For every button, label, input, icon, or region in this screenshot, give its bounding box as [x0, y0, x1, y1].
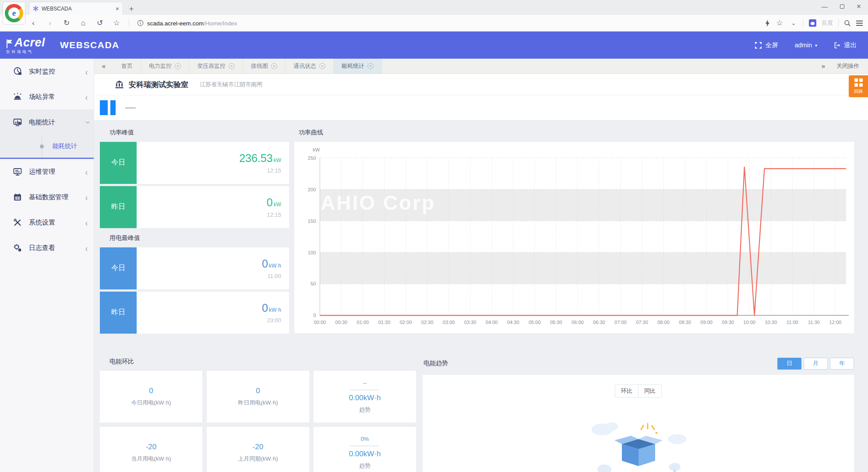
peak-card-period: 昨日: [100, 186, 137, 228]
peak-card-body: 0kW12:15: [137, 186, 289, 228]
svg-text:09:00: 09:00: [700, 320, 713, 325]
baidu-label[interactable]: 百度: [822, 19, 833, 27]
sidebar-item[interactable]: 日志查看‹: [0, 235, 94, 261]
user-menu[interactable]: admin▾: [794, 42, 817, 49]
window-minimize-button[interactable]: —: [822, 3, 828, 10]
sidebar-item[interactable]: 场站异常‹: [0, 84, 94, 109]
page-tab[interactable]: 首页: [113, 59, 141, 74]
page-tab-bar: « 首页电力监控×变压器监控×接线图×通讯状态×能耗统计× » 关闭操作: [94, 59, 868, 74]
page-tab[interactable]: 能耗统计×: [334, 59, 382, 74]
page-tab[interactable]: 变压器监控×: [189, 59, 243, 74]
bookmark-star-icon[interactable]: ☆: [112, 18, 121, 28]
page-tab-label: 通讯状态: [293, 62, 316, 70]
undo-icon[interactable]: ↺: [95, 18, 104, 28]
peak-card-time: 12:15: [267, 211, 281, 218]
baidu-icon[interactable]: [809, 19, 816, 27]
power-curve-panel: 00:0000:3001:0001:3002:0002:3003:0003:30…: [294, 142, 854, 333]
range-button-月[interactable]: 月: [804, 358, 828, 370]
chevron-down-icon[interactable]: ⌄: [789, 20, 798, 26]
tab-close-icon[interactable]: ×: [175, 63, 181, 69]
peak-card-body: 236.53kW12:15: [137, 142, 289, 184]
forward-icon[interactable]: ›: [46, 19, 54, 28]
menu-icon[interactable]: [856, 21, 863, 26]
logout-icon: [834, 42, 841, 49]
sidebar-item[interactable]: 系统设置‹: [0, 210, 94, 235]
sidebar-item[interactable]: 电能统计‹: [0, 109, 94, 135]
lightning-icon[interactable]: [765, 20, 770, 27]
browser-tab[interactable]: WEBSCADA ×: [29, 2, 123, 15]
acrel-logo-subtext: 安科瑞电气: [6, 50, 45, 54]
building-icon: [115, 81, 123, 88]
info-icon: [137, 20, 144, 26]
range-button-日[interactable]: 日: [777, 358, 801, 370]
peak-card-body: 0kW·h11:00: [137, 247, 289, 289]
peak-card-time: 11:00: [267, 273, 281, 279]
address-bar[interactable]: scada.acrel-eem.com/Home/Index: [137, 19, 757, 27]
tab-close-icon[interactable]: ×: [367, 63, 374, 69]
divider: [803, 19, 804, 27]
sidebar-item-label: 电能统计: [29, 118, 78, 127]
page-tab-label: 首页: [121, 62, 133, 70]
home-icon[interactable]: ⌂: [79, 19, 88, 28]
section-title-energy-trend: 电能趋势: [423, 359, 448, 367]
page-tab[interactable]: 电力监控×: [141, 59, 189, 74]
chevron-left-icon: ‹: [85, 92, 88, 102]
svg-text:07:30: 07:30: [636, 320, 648, 325]
search-icon[interactable]: [844, 20, 851, 27]
svg-text:10:30: 10:30: [765, 320, 777, 325]
mode-button[interactable]: 环比: [615, 384, 638, 398]
blue-bar: [110, 100, 116, 115]
compare-card-value: -20: [253, 443, 264, 451]
back-icon[interactable]: ‹: [29, 19, 38, 28]
divider: [350, 390, 379, 390]
section-title-energy-peak: 用电最峰值: [109, 234, 289, 242]
acrel-logo-text: Acrel: [14, 37, 45, 49]
compare-card-top-value: 0%: [361, 436, 369, 442]
sidebar-item-label: 系统设置: [29, 218, 78, 227]
tabs-scroll-left-icon[interactable]: «: [94, 59, 113, 74]
svg-text:08:00: 08:00: [657, 320, 670, 325]
tab-close-icon[interactable]: ×: [229, 63, 235, 69]
window-close-button[interactable]: ×: [857, 2, 861, 11]
browser-logo[interactable]: e: [3, 2, 25, 25]
circuit-select-button[interactable]: 回路: [849, 75, 868, 97]
compare-card-value: 0.00kW·h: [349, 450, 381, 458]
sidebar-item[interactable]: 实时监控‹: [0, 59, 94, 84]
station-header: 安科瑞测试实验室 江苏省无锡市江阴市南闸: [94, 74, 868, 96]
compare-card: -20当月用电(kW·h): [100, 427, 202, 472]
base-data-icon: [13, 193, 22, 201]
app-title: WEBSCADA: [60, 40, 120, 50]
sidebar-item[interactable]: 基础数据管理‹: [0, 184, 94, 210]
reload-icon[interactable]: ↻: [62, 18, 71, 28]
peak-card-value: 0kW·h: [262, 257, 281, 270]
favorite-star-icon[interactable]: ☆: [775, 18, 784, 28]
chevron-left-icon: ‹: [85, 166, 88, 177]
new-tab-button[interactable]: ＋: [126, 3, 137, 14]
fullscreen-button[interactable]: 全屏: [755, 41, 778, 49]
sidebar-item[interactable]: 运维管理‹: [0, 159, 94, 184]
mode-button[interactable]: 同比: [638, 384, 662, 398]
dash: [125, 107, 136, 109]
page-tab[interactable]: 接线图×: [243, 59, 286, 74]
tab-close-icon[interactable]: ×: [271, 63, 277, 69]
page-tab-label: 接线图: [251, 62, 268, 70]
tab-close-icon[interactable]: ×: [116, 5, 119, 12]
section-title-power-curve: 功率曲线: [299, 129, 854, 137]
tab-close-icon[interactable]: ×: [319, 63, 325, 69]
system-settings-icon: [13, 218, 22, 227]
peak-card: 今日0kW·h11:00: [100, 247, 289, 289]
close-operations-button[interactable]: 关闭操作: [836, 62, 859, 70]
sidebar-subitem[interactable]: 能耗统计: [0, 135, 94, 158]
svg-text:12:00: 12:00: [829, 320, 842, 325]
sidebar-group-open: 电能统计‹能耗统计: [0, 109, 94, 159]
divider: [129, 19, 129, 27]
tabs-scroll-right-icon[interactable]: »: [822, 62, 825, 70]
station-address: 江苏省无锡市江阴市南闸: [200, 81, 262, 88]
page-tab[interactable]: 通讯状态×: [286, 59, 334, 74]
blue-bar: [100, 100, 108, 115]
window-maximize-button[interactable]: [840, 4, 844, 9]
sidebar-item-label: 实时监控: [29, 67, 78, 76]
logout-label: 退出: [844, 41, 857, 49]
logout-button[interactable]: 退出: [834, 41, 857, 49]
range-button-年[interactable]: 年: [830, 358, 854, 370]
